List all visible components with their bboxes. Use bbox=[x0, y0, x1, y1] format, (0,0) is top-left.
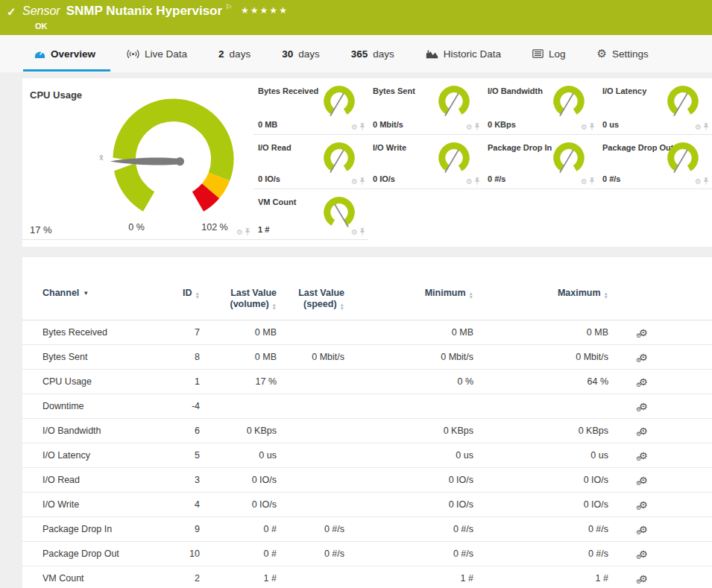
table-row[interactable]: I/O Bandwidth 6 0 KBps 0 KBps 0 KBps ⚙⚙ bbox=[22, 419, 712, 443]
gauge-needle bbox=[335, 205, 347, 227]
pin-icon[interactable] bbox=[359, 177, 365, 186]
edit-channel-gear-icon[interactable]: ⚙⚙ bbox=[636, 450, 648, 461]
priority-stars[interactable]: ★★★★★ bbox=[241, 5, 289, 16]
edit-channel-gear-icon[interactable]: ⚙⚙ bbox=[636, 401, 648, 412]
tab-30-days[interactable]: 30 days bbox=[282, 35, 320, 72]
table-row[interactable]: Bytes Sent 8 0 MB 0 Mbit/s 0 Mbit/s 0 Mb… bbox=[22, 345, 712, 370]
col-header-last-value-volume[interactable]: Last Value (volume)▲▼ bbox=[200, 288, 277, 310]
pin-icon[interactable] bbox=[359, 123, 365, 131]
gear-icon[interactable]: ⚙ bbox=[466, 124, 473, 131]
channel-id: 9 bbox=[157, 524, 200, 534]
gauge-panel[interactable]: Bytes Received 0 MB ⚙ bbox=[253, 78, 368, 135]
gauge-value: 0 #/s bbox=[602, 174, 620, 183]
table-row[interactable]: VM Count 2 1 # 1 # 1 # ⚙⚙ bbox=[22, 566, 712, 588]
gauge-panel[interactable]: Package Drop In 0 #/s ⚙ bbox=[483, 135, 598, 189]
tab-live-data[interactable]: Live Data bbox=[127, 35, 187, 72]
col-label: ID bbox=[183, 288, 192, 298]
edit-channel-gear-icon[interactable]: ⚙⚙ bbox=[636, 352, 648, 363]
gauge-min-label: 0 % bbox=[128, 222, 145, 233]
gauge-panel[interactable]: I/O Read 0 IO/s ⚙ bbox=[253, 135, 368, 189]
table-row[interactable]: I/O Write 4 0 IO/s 0 IO/s 0 IO/s ⚙⚙ bbox=[22, 493, 712, 517]
edit-channel-gear-icon[interactable]: ⚙⚙ bbox=[636, 475, 648, 486]
pin-icon[interactable] bbox=[474, 177, 480, 186]
table-row[interactable]: I/O Latency 5 0 us 0 us 0 us ⚙⚙ bbox=[22, 443, 712, 468]
pin-icon[interactable] bbox=[359, 228, 365, 236]
gauge-needle bbox=[330, 151, 343, 172]
pin-icon[interactable] bbox=[474, 123, 480, 131]
col-header-channel[interactable]: Channel▼ bbox=[22, 288, 157, 298]
pin-icon[interactable] bbox=[589, 177, 595, 186]
channel-name: CPU Usage bbox=[22, 376, 157, 387]
tab-log[interactable]: Log bbox=[532, 35, 566, 72]
edit-channel-gear-icon[interactable]: ⚙⚙ bbox=[636, 499, 648, 510]
gear-icon[interactable]: ⚙ bbox=[695, 178, 702, 186]
empty-cell bbox=[483, 189, 598, 240]
tab-2-days[interactable]: 2 days bbox=[218, 35, 251, 72]
gauge-panel[interactable]: I/O Bandwidth 0 KBps ⚙ bbox=[483, 78, 598, 135]
edit-channel-gear-icon[interactable]: ⚙⚙ bbox=[636, 327, 648, 338]
channel-name: I/O Bandwidth bbox=[22, 426, 157, 436]
gauge-needle bbox=[560, 151, 573, 172]
gear-icon[interactable]: ⚙ bbox=[351, 229, 358, 236]
pin-icon[interactable] bbox=[589, 123, 595, 131]
pin-icon[interactable] bbox=[703, 177, 709, 186]
gauge-panel[interactable]: VM Count 1 # ⚙ bbox=[253, 189, 368, 240]
gauge-value: 0 Mbit/s bbox=[373, 120, 403, 129]
minimum-value: 0 KBps bbox=[344, 426, 473, 436]
tab-historic-data[interactable]: Historic Data bbox=[426, 35, 501, 72]
last-value-volume: 1 # bbox=[200, 573, 277, 584]
maximum-value: 64 % bbox=[473, 376, 608, 387]
status-ok-check-icon: ✓ bbox=[7, 5, 16, 19]
gear-icon[interactable]: ⚙ bbox=[351, 178, 358, 186]
gear-icon[interactable]: ⚙ bbox=[466, 178, 473, 186]
settings-gear-icon: ⚙ bbox=[597, 47, 607, 60]
tab-label: Live Data bbox=[145, 48, 187, 60]
gear-icon[interactable]: ⚙ bbox=[236, 229, 243, 236]
channel-name: I/O Latency bbox=[22, 450, 157, 461]
last-value-speed: 0 Mbit/s bbox=[277, 352, 344, 362]
tab-365-days[interactable]: 365 days bbox=[351, 35, 394, 72]
edit-channel-gear-icon[interactable]: ⚙⚙ bbox=[636, 573, 648, 584]
table-row[interactable]: Bytes Received 7 0 MB 0 MB 0 MB ⚙⚙ bbox=[22, 320, 712, 345]
tab-label: Log bbox=[549, 48, 566, 60]
gauge-needle bbox=[445, 94, 458, 116]
last-value-speed: 0 #/s bbox=[277, 549, 344, 559]
gauge-panel[interactable]: Bytes Sent 0 Mbit/s ⚙ bbox=[368, 78, 483, 135]
mini-gauge bbox=[664, 141, 702, 177]
col-header-minimum[interactable]: Minimum▲▼ bbox=[344, 288, 473, 299]
minimum-value: 0 Mbit/s bbox=[344, 352, 473, 362]
tab-settings[interactable]: ⚙ Settings bbox=[597, 35, 649, 72]
table-row[interactable]: Package Drop Out 10 0 # 0 #/s 0 #/s 0 #/… bbox=[22, 542, 712, 566]
gauge-panel[interactable]: Package Drop Out 0 #/s ⚙ bbox=[598, 135, 712, 189]
table-row[interactable]: Downtime -4 ⚙⚙ bbox=[22, 394, 712, 419]
pin-icon[interactable] bbox=[245, 228, 251, 236]
last-value-volume: 0 IO/s bbox=[200, 475, 277, 485]
gear-icon[interactable]: ⚙ bbox=[351, 124, 358, 131]
gear-icon[interactable]: ⚙ bbox=[695, 124, 702, 131]
edit-channel-gear-icon[interactable]: ⚙⚙ bbox=[636, 524, 648, 535]
mean-marker-label: x̄ bbox=[99, 154, 104, 162]
cpu-usage-gauge-panel[interactable]: CPU Usage x̄ 0 % 102 % 17 % ⚙ bbox=[22, 78, 253, 240]
edit-channel-gear-icon[interactable]: ⚙⚙ bbox=[636, 426, 648, 437]
table-row[interactable]: Package Drop In 9 0 # 0 #/s 0 #/s 0 #/s … bbox=[22, 517, 712, 542]
channel-name: Package Drop Out bbox=[22, 549, 157, 559]
gear-icon[interactable]: ⚙ bbox=[581, 124, 587, 131]
flag-icon: ⚐ bbox=[225, 3, 232, 11]
gauge-panel[interactable]: I/O Write 0 IO/s ⚙ bbox=[368, 135, 483, 189]
pin-icon[interactable] bbox=[703, 123, 709, 131]
table-row[interactable]: CPU Usage 1 17 % 0 % 64 % ⚙⚙ bbox=[22, 370, 712, 394]
col-header-last-value-speed[interactable]: Last Value (speed)▲▼ bbox=[277, 288, 344, 310]
edit-channel-gear-icon[interactable]: ⚙⚙ bbox=[636, 549, 648, 560]
gear-icon[interactable]: ⚙ bbox=[581, 178, 587, 186]
sort-icon: ▲▼ bbox=[340, 303, 344, 310]
edit-channel-gear-icon[interactable]: ⚙⚙ bbox=[636, 376, 648, 388]
minimum-value: 1 # bbox=[344, 573, 473, 584]
gauge-icon bbox=[34, 49, 45, 59]
col-header-maximum[interactable]: Maximum▲▼ bbox=[473, 288, 608, 299]
tab-overview[interactable]: Overview bbox=[34, 35, 95, 72]
maximum-value: 0 KBps bbox=[473, 426, 608, 436]
channel-name: VM Count bbox=[22, 573, 157, 584]
col-header-id[interactable]: ID▲▼ bbox=[157, 288, 200, 299]
gauge-panel[interactable]: I/O Latency 0 us ⚙ bbox=[598, 78, 712, 135]
table-row[interactable]: I/O Read 3 0 IO/s 0 IO/s 0 IO/s ⚙⚙ bbox=[22, 468, 712, 493]
